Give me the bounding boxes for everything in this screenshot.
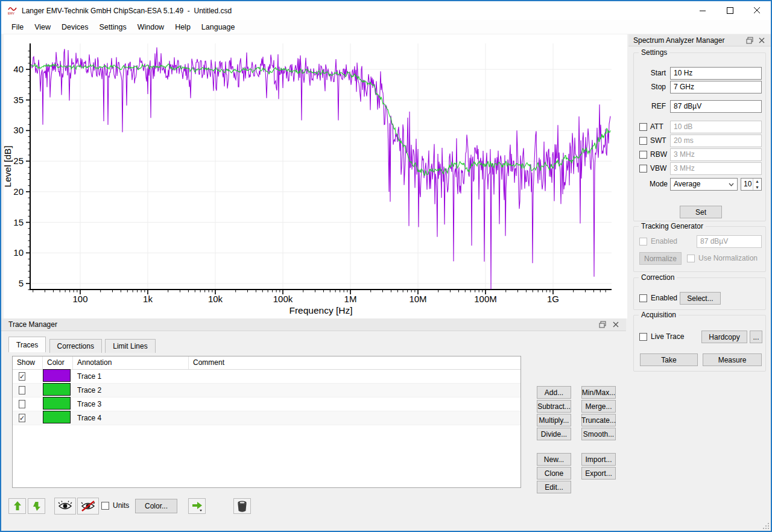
trace-color-button[interactable]: Color...: [135, 499, 177, 513]
export-button[interactable]: Export...: [581, 467, 616, 480]
move-up-button[interactable]: [8, 498, 26, 514]
menu-help[interactable]: Help: [169, 21, 196, 33]
correction-enabled-label: Enabled: [651, 294, 677, 302]
mode-combobox[interactable]: Average: [670, 178, 738, 191]
minimize-button[interactable]: [689, 1, 717, 19]
stop-input[interactable]: 7 GHz: [670, 81, 762, 93]
column-annotation[interactable]: Annotation: [73, 356, 189, 369]
table-row[interactable]: ✓ Trace 3: [13, 397, 520, 411]
trace3-color-swatch[interactable]: [43, 397, 71, 410]
tab-limit-lines[interactable]: Limit Lines: [105, 339, 155, 353]
show-trace-button[interactable]: [54, 498, 76, 515]
tg-enabled-checkbox[interactable]: ✓: [639, 238, 647, 245]
merge-button[interactable]: Merge...: [581, 400, 616, 413]
trace4-color-swatch[interactable]: [43, 411, 71, 423]
use-normalization-label: Use Normalization: [698, 254, 758, 262]
close-panel-icon[interactable]: [758, 36, 766, 45]
multiply-button[interactable]: Multiply...: [537, 414, 571, 426]
menu-window[interactable]: Window: [132, 21, 169, 33]
rbw-checkbox[interactable]: ✓: [639, 151, 647, 159]
table-row[interactable]: ✓ Trace 2: [13, 384, 520, 397]
trace4-show-checkbox[interactable]: ✓: [19, 414, 25, 422]
spin-down-icon[interactable]: ▼: [753, 185, 761, 191]
trace3-show-checkbox[interactable]: ✓: [19, 400, 25, 408]
column-comment[interactable]: Comment: [189, 356, 520, 369]
live-trace-checkbox[interactable]: ✓: [639, 333, 647, 341]
units-checkbox[interactable]: ✓: [101, 502, 109, 510]
menu-devices[interactable]: Devices: [56, 21, 93, 33]
svg-text:35: 35: [13, 95, 24, 105]
svg-text:Level [dB]: Level [dB]: [4, 146, 13, 188]
sa-panel-titlebar[interactable]: Spectrum Analyzer Manager: [628, 34, 771, 46]
att-input[interactable]: 10 dB: [670, 121, 762, 133]
float-panel-icon[interactable]: [745, 36, 754, 45]
trace1-show-checkbox[interactable]: ✓: [19, 372, 25, 381]
trace-manager-titlebar[interactable]: Trace Manager: [1, 318, 626, 331]
spectrum-chart[interactable]: 1001k10k100k1M10M100M1G510152025303540Fr…: [4, 34, 627, 318]
add-button[interactable]: Add...: [537, 386, 571, 399]
column-color[interactable]: Color: [43, 356, 73, 369]
tg-level-input[interactable]: 87 dBµV: [697, 235, 762, 248]
resize-grip[interactable]: [762, 522, 770, 530]
select-button[interactable]: Select...: [680, 292, 721, 305]
traces-table: Show Color Annotation Comment ✓ Trace 1 …: [12, 356, 521, 488]
swt-input[interactable]: 20 ms: [670, 135, 762, 147]
menu-language[interactable]: Language: [196, 21, 241, 33]
delete-trace-button[interactable]: [233, 498, 251, 514]
trace-manager-title: Trace Manager: [8, 320, 57, 329]
swt-checkbox[interactable]: ✓: [639, 137, 647, 145]
trace2-color-swatch[interactable]: [43, 383, 71, 396]
more-options-button[interactable]: ...: [750, 331, 762, 343]
table-header: Show Color Annotation Comment: [13, 356, 520, 370]
trace1-color-swatch[interactable]: [43, 369, 71, 382]
svg-text:1M: 1M: [344, 294, 357, 304]
trace2-show-checkbox[interactable]: ✓: [19, 386, 25, 394]
app-window: EMV Langer EMV-Technik GmbH ChipScan-ESA…: [0, 0, 772, 532]
vbw-checkbox[interactable]: ✓: [639, 165, 647, 173]
use-normalization-checkbox[interactable]: ✓: [687, 255, 695, 262]
hardcopy-button[interactable]: Hardcopy: [701, 331, 747, 343]
close-button[interactable]: [744, 1, 771, 19]
new-button[interactable]: New...: [537, 453, 571, 466]
measure-button[interactable]: Measure: [703, 353, 762, 366]
move-down-button[interactable]: [28, 498, 45, 514]
mode-count-spinner[interactable]: 10 ▲▼: [741, 178, 762, 191]
menu-settings[interactable]: Settings: [94, 21, 132, 33]
smooth-button[interactable]: Smooth...: [581, 428, 616, 440]
sa-panel-title: Spectrum Analyzer Manager: [633, 36, 724, 45]
start-input[interactable]: 10 Hz: [670, 67, 762, 80]
import-button[interactable]: Import...: [581, 453, 616, 466]
close-panel-icon[interactable]: [612, 320, 620, 329]
ref-label: REF: [651, 102, 666, 110]
edit-button[interactable]: Edit...: [537, 481, 571, 493]
float-panel-icon[interactable]: [598, 320, 607, 329]
ref-input[interactable]: 87 dBµV: [670, 100, 762, 113]
title-bar[interactable]: EMV Langer EMV-Technik GmbH ChipScan-ESA…: [1, 1, 771, 20]
menu-file[interactable]: File: [6, 21, 29, 33]
vbw-input[interactable]: 3 MHz: [670, 162, 762, 175]
hide-trace-button[interactable]: [77, 498, 99, 515]
set-button[interactable]: Set: [680, 206, 722, 218]
subtract-button[interactable]: Subtract...: [537, 400, 571, 413]
spectrum-analyzer-manager-panel: Spectrum Analyzer Manager Settings Start…: [628, 34, 771, 531]
tab-corrections[interactable]: Corrections: [49, 339, 102, 353]
correction-enabled-checkbox[interactable]: ✓: [639, 294, 647, 302]
spin-up-icon[interactable]: ▲: [753, 179, 761, 185]
column-show[interactable]: Show: [13, 356, 43, 369]
tab-traces[interactable]: Traces: [8, 337, 46, 352]
att-checkbox[interactable]: ✓: [639, 123, 647, 131]
truncate-button[interactable]: Truncate...: [581, 414, 616, 426]
take-button[interactable]: Take: [640, 353, 698, 366]
svg-text:1k: 1k: [143, 294, 153, 304]
menu-view[interactable]: View: [29, 21, 56, 33]
send-trace-button[interactable]: [188, 498, 206, 514]
normalize-button[interactable]: Normalize: [639, 252, 682, 265]
divide-button[interactable]: Divide...: [537, 428, 571, 440]
clone-button[interactable]: Clone: [537, 467, 571, 480]
maximize-button[interactable]: [717, 1, 744, 19]
rbw-input[interactable]: 3 MHz: [670, 148, 762, 161]
table-row[interactable]: ✓ Trace 4: [13, 411, 520, 425]
svg-text:100: 100: [72, 294, 87, 304]
minmax-button[interactable]: Min/Max...: [581, 386, 616, 399]
table-row[interactable]: ✓ Trace 1: [13, 370, 520, 384]
